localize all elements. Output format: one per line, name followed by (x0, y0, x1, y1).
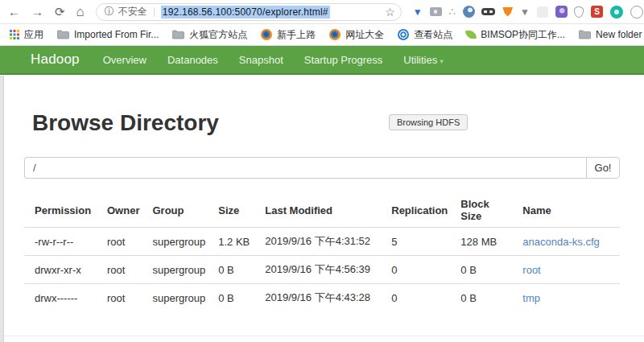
cell-last-modified: 2019/9/16 下午4:56:39 (258, 256, 385, 284)
cell-block-size: 0 B (454, 256, 516, 284)
cell-owner: root (101, 228, 146, 256)
table-header-row: Permission Owner Group Size Last Modifie… (24, 193, 620, 228)
cell-replication: 0 (385, 284, 454, 312)
cell-permission: -rw-r--r-- (24, 228, 101, 256)
dir-link[interactable]: root (522, 264, 540, 276)
forward-icon[interactable]: → (31, 5, 43, 19)
col-replication: Replication (385, 193, 454, 228)
folder-icon (579, 30, 591, 39)
cell-size: 1.2 KB (212, 228, 258, 256)
bookmark-apps[interactable]: 应用 (10, 28, 43, 42)
cell-last-modified: 2019/9/16 下午4:31:52 (258, 228, 385, 256)
path-input-group: Go! (24, 157, 620, 179)
purple-swirl-extension-icon[interactable] (555, 6, 568, 18)
table-row: -rw-r--r-- root supergroup 1.2 KB 2019/9… (24, 228, 620, 256)
reload-icon[interactable]: ⟳ (55, 5, 65, 19)
col-last-modified: Last Modified (258, 193, 385, 228)
bookmark-label: 新手上路 (277, 28, 316, 42)
bookmark-view-site[interactable]: 查看站点 (398, 28, 452, 42)
cell-size: 0 B (212, 284, 258, 312)
leaf-icon (465, 29, 477, 40)
apps-grid-icon (10, 30, 19, 39)
table-row: drwx------ root supergroup 0 B 2019/9/16… (24, 284, 620, 312)
utilities-label: Utilities (403, 54, 437, 66)
nav-item-utilities[interactable]: Utilities▾ (393, 54, 453, 66)
camera-extension-icon[interactable] (430, 7, 442, 16)
bookmark-getting-started[interactable]: 新手上路 (261, 28, 316, 42)
col-permission: Permission (24, 193, 101, 228)
cell-replication: 5 (385, 228, 454, 256)
col-block-size: Block Size (454, 193, 516, 228)
cell-last-modified: 2019/9/16 下午4:43:28 (258, 284, 385, 312)
bookmark-firefox-official[interactable]: 火狐官方站点 (172, 28, 247, 42)
bookmark-label: 查看站点 (414, 28, 452, 42)
cell-group: supergroup (146, 256, 212, 284)
cell-block-size: 0 B (454, 284, 516, 312)
hadoop-navbar: Hadoop Overview Datanodes Snapshot Start… (0, 46, 644, 75)
sitemap-extension-icon[interactable]: ∴ (448, 6, 455, 18)
cell-group: supergroup (146, 284, 212, 312)
directory-table: Permission Owner Group Size Last Modifie… (24, 193, 620, 311)
teal-circle-extension-icon[interactable] (610, 6, 623, 19)
cell-owner: root (101, 284, 146, 312)
blue-v-extension-icon[interactable]: ▼ (413, 6, 423, 18)
file-link[interactable]: anaconda-ks.cfg (522, 236, 599, 248)
blank-extension-icon[interactable] (537, 6, 548, 18)
cell-permission: drwxr-xr-x (24, 256, 101, 284)
nav-item-startup-progress[interactable]: Startup Progress (294, 54, 394, 66)
blue-circle-extension-icon[interactable] (463, 6, 475, 18)
bookmark-label: Imported From Fir... (74, 29, 159, 40)
bookmark-new-folder[interactable]: New folder (579, 29, 642, 40)
fox-extension-icon[interactable] (502, 7, 513, 17)
bookmark-site-directory[interactable]: 网址大全 (329, 28, 384, 42)
extensions-strip: ▼ ∴ ▼ S (413, 6, 636, 19)
browsing-hdfs-button[interactable]: Browsing HDFS (389, 114, 468, 130)
bookmark-imported-from-firefox[interactable]: Imported From Fir... (57, 29, 159, 40)
folder-icon (172, 30, 184, 39)
window-left-edge (0, 76, 4, 342)
navbar-items: Overview Datanodes Snapshot Startup Prog… (93, 54, 454, 66)
address-bar[interactable]: ⓘ 不安全 192.168.56.100:50070/explorer.html… (96, 3, 402, 21)
nav-item-datanodes[interactable]: Datanodes (157, 54, 229, 66)
cell-name: root (516, 256, 620, 284)
nav-item-overview[interactable]: Overview (93, 54, 157, 66)
footer-divider (0, 336, 644, 336)
info-icon[interactable]: ⓘ (105, 5, 114, 19)
home-icon[interactable]: ⌂ (76, 4, 85, 20)
shield-extension-icon[interactable] (574, 6, 584, 18)
gray-chevron-extension-icon[interactable]: ▼ (520, 6, 530, 18)
explorer-page: Browse Directory Browsing HDFS Go! Permi… (0, 75, 644, 341)
col-size: Size (212, 193, 258, 228)
address-divider (154, 7, 155, 17)
cell-name: tmp (516, 284, 620, 312)
blue-site-icon (398, 29, 409, 40)
bookmark-label: New folder (596, 29, 642, 40)
col-name: Name (516, 193, 620, 228)
dir-link[interactable]: tmp (522, 292, 540, 304)
back-icon[interactable]: ← (8, 5, 20, 19)
cell-owner: root (101, 256, 146, 284)
navbar-brand[interactable]: Hadoop (31, 52, 80, 68)
cell-block-size: 128 MB (454, 228, 516, 256)
bookmarks-bar: 应用 Imported From Fir... 火狐官方站点 新手上路 网址大全… (0, 24, 644, 46)
table-row: drwxr-xr-x root supergroup 0 B 2019/9/16… (24, 256, 620, 284)
mask-extension-icon[interactable] (481, 8, 495, 15)
bookmark-label: 应用 (24, 28, 43, 42)
bookmark-bimsop[interactable]: BIMSOP协同工作... (466, 28, 565, 42)
cell-size: 0 B (212, 256, 258, 284)
bookmark-star-icon[interactable]: ☆ (385, 6, 395, 19)
bookmark-label: 网址大全 (345, 28, 384, 42)
path-input[interactable] (24, 157, 586, 179)
cell-group: supergroup (146, 228, 212, 256)
nav-item-snapshot[interactable]: Snapshot (229, 54, 294, 66)
firefox-icon (329, 29, 341, 40)
bookmark-label: BIMSOP协同工作... (481, 28, 565, 42)
col-owner: Owner (101, 193, 146, 228)
go-button[interactable]: Go! (586, 157, 620, 179)
url-text[interactable]: 192.168.56.100:50070/explorer.html# (161, 6, 330, 19)
firefox-icon (261, 29, 272, 40)
chevron-down-icon: ▾ (440, 57, 444, 65)
partial-circle-extension-icon[interactable] (630, 6, 643, 19)
red-s-extension-icon[interactable]: S (591, 6, 603, 18)
col-group: Group (146, 193, 212, 228)
